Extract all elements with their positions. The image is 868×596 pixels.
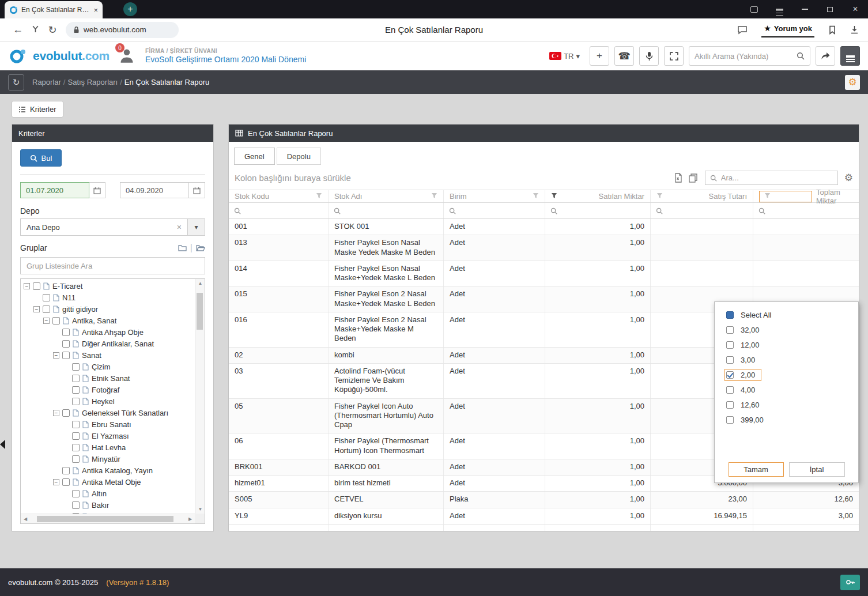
column-header-satis-tutari[interactable]: Satış Tutarı	[651, 190, 753, 202]
filter-active-icon[interactable]	[551, 192, 557, 201]
scroll-down-icon[interactable]: ▼	[195, 507, 205, 512]
checkbox[interactable]	[72, 432, 80, 440]
tree-item[interactable]: N11	[22, 292, 195, 303]
checkbox[interactable]	[72, 363, 80, 371]
table-row[interactable]: S005CETVELPlaka1,0023,0012,60	[229, 492, 859, 508]
checkbox[interactable]	[72, 398, 80, 405]
checkbox[interactable]	[726, 401, 734, 409]
checkbox[interactable]	[726, 326, 734, 334]
maximize-button[interactable]	[817, 0, 843, 18]
tree-item[interactable]: Diğer Antikalar, Sanat	[22, 338, 195, 349]
tree-item[interactable]: Antika Ahşap Obje	[22, 326, 195, 338]
group-search-input[interactable]	[20, 257, 205, 274]
tree-item[interactable]: Minyatür	[22, 453, 195, 465]
collapse-icon[interactable]: −	[53, 479, 59, 485]
comment-status-button[interactable]: ★ Yorum yok	[761, 22, 814, 37]
license-key-button[interactable]	[840, 575, 860, 590]
collapse-icon[interactable]: −	[24, 283, 30, 289]
filter-select-all[interactable]: Select All	[715, 307, 858, 322]
depot-dropdown-button[interactable]: ▾	[188, 218, 205, 236]
tree-item[interactable]: Çizim	[22, 361, 195, 372]
checkbox[interactable]	[72, 455, 80, 463]
tree-item[interactable]: −Antika Metal Obje	[22, 476, 195, 488]
browser-tab[interactable]: En Çok Satılanlar Raporu ×	[5, 1, 103, 18]
user-avatar[interactable]: 0	[119, 47, 136, 65]
collapse-icon[interactable]: −	[53, 352, 59, 359]
tree-item[interactable]: Antika Katalog, Yayın	[22, 465, 195, 476]
filter-cell[interactable]	[229, 203, 329, 218]
tree-item[interactable]: Etnik Sanat	[22, 372, 195, 384]
copy-icon[interactable]	[689, 173, 699, 183]
back-icon[interactable]: ←	[9, 24, 27, 36]
filter-icon[interactable]	[316, 192, 322, 201]
tree-item[interactable]: Bakır	[22, 499, 195, 511]
grid-settings-icon[interactable]: ⚙	[844, 172, 853, 184]
tab-genel[interactable]: Genel	[234, 148, 275, 165]
checkbox[interactable]	[72, 501, 80, 509]
collapse-icon[interactable]: −	[33, 306, 40, 312]
tab-depolu[interactable]: Depolu	[277, 148, 321, 165]
checkbox[interactable]	[726, 356, 734, 364]
tree-item[interactable]: El Yazması	[22, 430, 195, 442]
checkbox[interactable]	[62, 352, 70, 359]
collapse-icon[interactable]: −	[43, 318, 50, 324]
tree-item[interactable]: Heykel	[22, 395, 195, 407]
phone-button[interactable]: ☎	[614, 46, 634, 66]
checkbox[interactable]	[726, 371, 734, 379]
scrollbar-thumb[interactable]	[197, 293, 203, 330]
horizontal-scrollbar[interactable]: ◀ ▶	[21, 514, 195, 523]
tab-preview-icon[interactable]	[741, 0, 767, 18]
filter-icon[interactable]	[764, 192, 771, 201]
smart-search-input[interactable]	[695, 52, 793, 61]
filter-cell[interactable]	[753, 203, 859, 218]
filter-option[interactable]: 399,00	[715, 412, 858, 427]
share-button[interactable]	[816, 46, 835, 66]
find-button[interactable]: Bul	[20, 149, 62, 167]
checkbox[interactable]	[72, 386, 80, 394]
checkbox[interactable]	[62, 467, 70, 474]
tree-item[interactable]: −Geleneksel Türk Sanatları	[22, 407, 195, 418]
browser-menu-icon[interactable]	[767, 0, 792, 18]
filter-icon[interactable]	[656, 192, 663, 201]
tab-close-icon[interactable]: ×	[93, 6, 98, 14]
depot-select[interactable]: Ana Depo ×	[20, 218, 188, 236]
checkbox[interactable]	[62, 329, 70, 336]
filter-option[interactable]: 4,00	[715, 382, 858, 397]
filter-option[interactable]: 2,00	[715, 367, 858, 382]
breadcrumb-refresh-button[interactable]: ↻	[8, 74, 24, 90]
column-header-toplam-miktar[interactable]: Toplam Miktar	[753, 190, 859, 202]
breadcrumb-item[interactable]: Satış Raporları	[67, 78, 118, 86]
filter-cell[interactable]	[651, 203, 753, 218]
tree-item[interactable]: Altın	[22, 488, 195, 499]
filter-cell[interactable]	[444, 203, 545, 218]
filter-button-focused[interactable]	[759, 191, 812, 202]
export-icon[interactable]	[673, 173, 682, 183]
filter-option[interactable]: 32,00	[715, 322, 858, 337]
scroll-up-icon[interactable]: ▲	[195, 281, 205, 286]
tree-item[interactable]: Ebru Sanatı	[22, 418, 195, 430]
filter-option[interactable]: 12,60	[715, 397, 858, 412]
scroll-right-icon[interactable]: ▶	[186, 514, 194, 524]
comment-icon[interactable]	[737, 25, 748, 35]
filter-icon[interactable]	[533, 192, 539, 201]
column-header-stok-kodu[interactable]: Stok Kodu	[229, 190, 329, 202]
calendar-icon[interactable]	[89, 182, 105, 198]
add-button[interactable]: +	[590, 46, 609, 66]
table-row[interactable]: 013Fisher Paykel Eson Nasal Maske Yedek …	[229, 235, 859, 261]
collapse-icon[interactable]: −	[53, 410, 59, 416]
checkbox[interactable]	[43, 305, 50, 313]
cancel-button[interactable]: İptal	[789, 462, 845, 477]
fullscreen-button[interactable]	[664, 46, 684, 66]
criteria-toggle-button[interactable]: Kriterler	[12, 101, 63, 118]
filter-cell[interactable]	[545, 203, 651, 218]
download-icon[interactable]	[850, 25, 859, 35]
table-row[interactable]: 001STOK 001Adet1,00	[229, 219, 859, 235]
vertical-scrollbar[interactable]: ▲ ▼	[195, 279, 205, 514]
date-from-input[interactable]	[20, 182, 89, 198]
grid-search[interactable]	[705, 171, 838, 185]
checkbox[interactable]	[72, 421, 80, 428]
tree-item[interactable]: −Antika, Sanat	[22, 315, 195, 326]
filter-cell[interactable]	[329, 203, 444, 218]
page-settings-button[interactable]: ⚙	[845, 75, 860, 90]
calendar-icon[interactable]	[189, 182, 205, 198]
